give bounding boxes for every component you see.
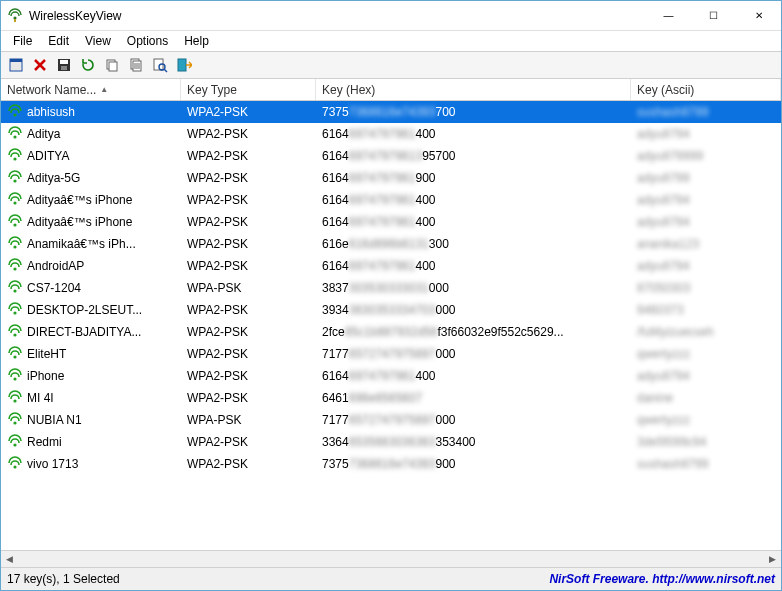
table-row[interactable]: Anamikaâ€™s iPh...WPA2-PSK616e616d696b61… xyxy=(1,233,781,255)
network-name: EliteHT xyxy=(27,347,66,361)
network-name: ADITYA xyxy=(27,149,69,163)
svg-rect-6 xyxy=(61,66,67,70)
table-row[interactable]: NUBIA N1WPA-PSK71776572747975697000qwert… xyxy=(1,409,781,431)
table-row[interactable]: Aditya-5GWPA2-PSK61646974797961900adyu87… xyxy=(1,167,781,189)
table-row[interactable]: DESKTOP-2LSEUT...WPA2-PSK393436303533347… xyxy=(1,299,781,321)
cell-ascii: 87050303 xyxy=(631,277,781,299)
svg-rect-13 xyxy=(178,59,186,71)
menu-view[interactable]: View xyxy=(77,32,119,50)
find-icon[interactable] xyxy=(149,54,171,76)
network-name: Redmi xyxy=(27,435,62,449)
scroll-left-icon[interactable]: ◀ xyxy=(1,551,18,568)
cell-type: WPA-PSK xyxy=(181,409,316,431)
svg-point-25 xyxy=(13,355,16,358)
cell-name: DESKTOP-2LSEUT... xyxy=(1,299,181,321)
svg-point-30 xyxy=(13,465,16,468)
table-row[interactable]: CS7-1204WPA-PSK3837303530333031000870503… xyxy=(1,277,781,299)
wifi-icon xyxy=(7,280,23,296)
cell-type: WPA2-PSK xyxy=(181,123,316,145)
svg-point-17 xyxy=(13,179,16,182)
cell-hex: 71776572747975697000 xyxy=(316,343,631,365)
cell-hex: 61646974797961400 xyxy=(316,255,631,277)
table-row[interactable]: Adityaâ€™s iPhoneWPA2-PSK616469747979614… xyxy=(1,211,781,233)
cell-type: WPA2-PSK xyxy=(181,211,316,233)
wifi-icon xyxy=(7,104,23,120)
wifi-icon xyxy=(7,126,23,142)
cell-type: WPA2-PSK xyxy=(181,321,316,343)
cell-name: CS7-1204 xyxy=(1,277,181,299)
scrollbar-track[interactable] xyxy=(18,551,764,568)
refresh-icon[interactable] xyxy=(77,54,99,76)
table-row[interactable]: ADITYAWPA2-PSK61646974797961395700adyu87… xyxy=(1,145,781,167)
wifi-icon xyxy=(7,324,23,340)
exit-icon[interactable] xyxy=(173,54,195,76)
table-row[interactable]: abhisushWPA2-PSK73757368616e74393700sush… xyxy=(1,101,781,123)
svg-point-14 xyxy=(13,113,16,116)
toolbar xyxy=(1,51,781,79)
table-row[interactable]: DIRECT-BJADITYA...WPA2-PSK2fce85c1b88793… xyxy=(1,321,781,343)
wifi-icon xyxy=(7,368,23,384)
svg-rect-3 xyxy=(10,59,22,62)
window-title: WirelessKeyView xyxy=(29,9,121,23)
menu-help[interactable]: Help xyxy=(176,32,217,50)
cell-ascii: 9460373 xyxy=(631,299,781,321)
svg-point-22 xyxy=(13,289,16,292)
column-header-name[interactable]: Network Name...▲ xyxy=(1,79,181,100)
svg-point-16 xyxy=(13,157,16,160)
column-header-ascii[interactable]: Key (Ascii) xyxy=(631,79,781,100)
svg-point-15 xyxy=(13,135,16,138)
cell-type: WPA2-PSK xyxy=(181,365,316,387)
table-row[interactable]: EliteHTWPA2-PSK71776572747975697000qwert… xyxy=(1,343,781,365)
cell-name: Adityaâ€™s iPhone xyxy=(1,211,181,233)
column-header-type[interactable]: Key Type xyxy=(181,79,316,100)
table-row[interactable]: iPhoneWPA2-PSK61646974797961400adyu8794 xyxy=(1,365,781,387)
copy-icon[interactable] xyxy=(101,54,123,76)
cell-hex: 71776572747975697000 xyxy=(316,409,631,431)
column-header-hex[interactable]: Key (Hex) xyxy=(316,79,631,100)
menu-edit[interactable]: Edit xyxy=(40,32,77,50)
cell-name: MI 4I xyxy=(1,387,181,409)
table-row[interactable]: vivo 1713WPA2-PSK73757368616e74393900sus… xyxy=(1,453,781,475)
cell-hex: 61646974797961400 xyxy=(316,211,631,233)
table-row[interactable]: AdityaWPA2-PSK61646974797961400adyu8794 xyxy=(1,123,781,145)
copy-text-icon[interactable] xyxy=(125,54,147,76)
svg-point-19 xyxy=(13,223,16,226)
wifi-icon xyxy=(7,192,23,208)
table-row[interactable]: RedmiWPA2-PSK336465356630363633534003de5… xyxy=(1,431,781,453)
cell-name: vivo 1713 xyxy=(1,453,181,475)
save-icon[interactable] xyxy=(53,54,75,76)
delete-icon[interactable] xyxy=(29,54,51,76)
svg-rect-1 xyxy=(14,19,16,22)
menu-file[interactable]: File xyxy=(5,32,40,50)
cell-name: abhisush xyxy=(1,101,181,123)
minimize-button[interactable]: — xyxy=(646,1,691,30)
menubar: File Edit View Options Help xyxy=(1,31,781,51)
network-name: AndroidAP xyxy=(27,259,84,273)
horizontal-scrollbar[interactable]: ◀ ▶ xyxy=(1,550,781,567)
properties-icon[interactable] xyxy=(5,54,27,76)
cell-ascii: qwertyzzz xyxy=(631,409,781,431)
table-row[interactable]: AndroidAPWPA2-PSK61646974797961400adyu87… xyxy=(1,255,781,277)
wifi-icon xyxy=(7,302,23,318)
network-name: Aditya-5G xyxy=(27,171,80,185)
cell-hex: 61646974797961400 xyxy=(316,189,631,211)
maximize-button[interactable]: ☐ xyxy=(691,1,736,30)
table-row[interactable]: MI 4IWPA2-PSK6461696e6565607danine xyxy=(1,387,781,409)
network-name: Adityaâ€™s iPhone xyxy=(27,215,132,229)
table-row[interactable]: Adityaâ€™s iPhoneWPA2-PSK616469747979614… xyxy=(1,189,781,211)
cell-type: WPA2-PSK xyxy=(181,145,316,167)
list-body[interactable]: abhisushWPA2-PSK73757368616e74393700sush… xyxy=(1,101,781,550)
wifi-icon xyxy=(7,148,23,164)
menu-options[interactable]: Options xyxy=(119,32,176,50)
cell-hex: 3837303530333031000 xyxy=(316,277,631,299)
cell-type: WPA2-PSK xyxy=(181,167,316,189)
cell-name: Aditya xyxy=(1,123,181,145)
sort-asc-icon: ▲ xyxy=(100,85,108,94)
cell-hex: 61646974797961400 xyxy=(316,365,631,387)
cell-hex: 73757368616e74393900 xyxy=(316,453,631,475)
svg-point-23 xyxy=(13,311,16,314)
scroll-right-icon[interactable]: ▶ xyxy=(764,551,781,568)
wifi-icon xyxy=(7,390,23,406)
nirsoft-link[interactable]: http://www.nirsoft.net xyxy=(652,572,775,586)
close-button[interactable]: ✕ xyxy=(736,1,781,30)
